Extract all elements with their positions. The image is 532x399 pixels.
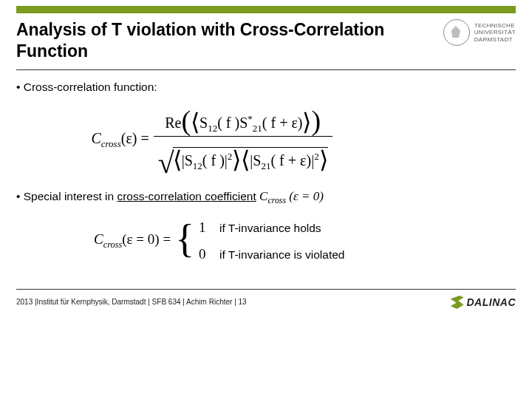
slide-footer: 2013 |Institut für Kernphysik, Darmstadt… (16, 296, 516, 309)
bullet-cross-correlation: • Cross-correlation function: (16, 81, 516, 94)
footer-divider (16, 289, 516, 290)
case0-text: if T-invariance is violated (219, 248, 344, 262)
institution-logo: TECHNISCHE UNIVERSITÄT DARMSTADT (443, 19, 516, 46)
case-lhs: Ccross(ε = 0) = (94, 231, 171, 250)
piecewise-definition: Ccross(ε = 0) = { 1 if T-invariance hold… (94, 219, 516, 262)
brace-icon: { (175, 223, 194, 255)
formula-numerator: Re(⟨S12( f )S*21( f + ε)⟩) (160, 107, 325, 134)
formula-denominator: √⟨|S12( f )|2⟩⟨|S21( f + ε)|2⟩ (154, 138, 332, 173)
footer-text: 2013 |Institut für Kernphysik, Darmstadt… (16, 298, 247, 306)
university-seal-icon (443, 19, 470, 46)
facility-name: DALINAC (467, 296, 516, 308)
formula-fraction: Re(⟨S12( f )S*21( f + ε)⟩) √⟨|S12( f )|2… (154, 107, 332, 173)
slide-body: • Cross-correlation function: Ccross(ε) … (16, 81, 516, 262)
facility-logo: DALINAC (451, 296, 516, 309)
header-divider (16, 69, 516, 70)
case-invariance-violated: 0 if T-invariance is violated (199, 246, 344, 262)
case-invariance-holds: 1 if T-invariance holds (199, 219, 344, 236)
slide-header: Analysis of T violation with Cross-Corre… (16, 19, 516, 62)
inst-line1: TECHNISCHE (474, 22, 516, 30)
inst-line2: UNIVERSITÄT (474, 29, 516, 36)
accent-bar (16, 6, 516, 13)
slide-title: Analysis of T violation with Cross-Corre… (16, 19, 443, 62)
cross-correlation-formula: Ccross(ε) = Re(⟨S12( f )S*21( f + ε)⟩) √… (91, 107, 440, 173)
case1-text: if T-invariance holds (219, 222, 321, 235)
bullet-special-interest: • Special interest in cross-correlation … (16, 189, 516, 206)
case-options: 1 if T-invariance holds 0 if T-invarianc… (199, 219, 344, 262)
inst-line3: DARMSTADT (474, 36, 516, 44)
institution-text: TECHNISCHE UNIVERSITÄT DARMSTADT (474, 22, 516, 44)
formula-lhs: Ccross(ε) = (91, 130, 149, 150)
s-mark-icon (451, 296, 464, 309)
